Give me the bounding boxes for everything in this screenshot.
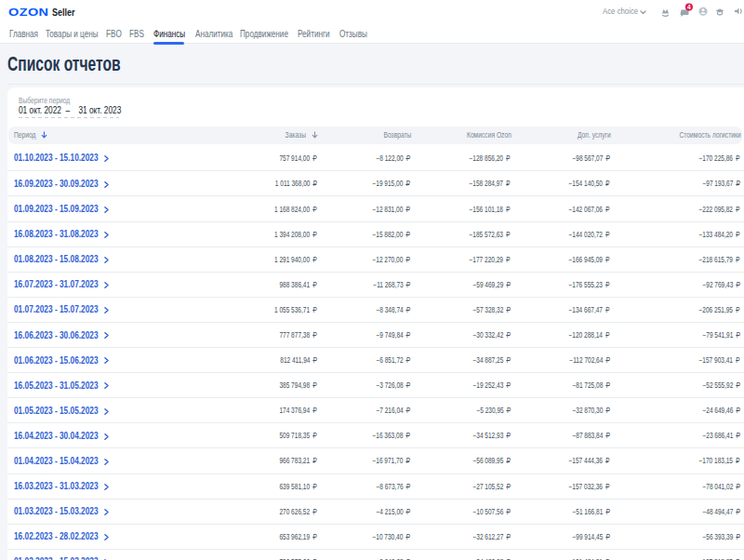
svg-text:4: 4 [687, 4, 691, 10]
